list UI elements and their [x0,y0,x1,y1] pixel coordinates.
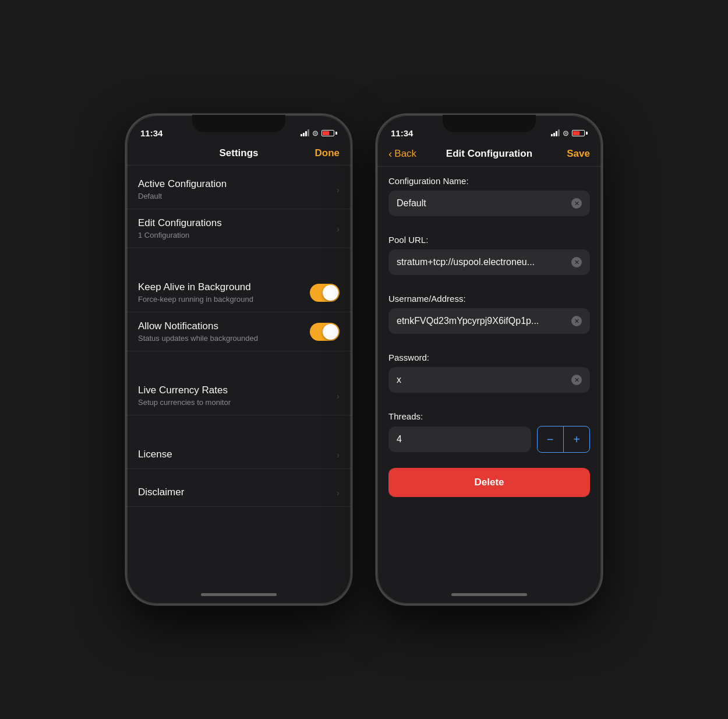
signal-icon [301,129,309,136]
currency-title: Live Currency Rates [138,385,332,396]
increment-button[interactable]: + [564,427,589,452]
signal-icon-2 [551,129,560,136]
home-bar-2 [451,593,527,596]
chevron-icon: › [337,224,340,234]
edit-configs-subtitle: 1 Configuration [138,231,332,239]
active-config-subtitle: Default [138,192,332,200]
license-title: License [138,449,332,460]
status-time: 11:34 [140,128,162,138]
edit-config-title: Edit Configuration [446,148,532,160]
keep-alive-subtitle: Force-keep running in background [138,295,310,304]
config-name-input-wrap[interactable]: ✕ [388,191,590,216]
notifications-title: Allow Notifications [138,320,310,332]
username-group: Username/Address: ✕ [377,284,602,334]
disclaimer-title: Disclaimer [138,487,332,498]
currency-subtitle: Setup currencies to monitor [138,398,332,407]
notch [443,115,536,132]
chevron-icon: › [337,391,340,401]
threads-group: Threads: − + [377,402,602,453]
settings-section-toggles: Keep Alive in Background Force-keep runn… [126,273,351,351]
keep-alive-toggle[interactable] [310,284,340,302]
delete-button[interactable]: Delete [388,468,590,497]
chevron-icon: › [337,488,340,498]
password-group: Password: ✕ [377,343,602,393]
wifi-icon-2: ⊜ [563,129,569,138]
username-label: Username/Address: [388,294,590,304]
active-configuration-item[interactable]: Active Configuration Default › [126,170,351,209]
active-config-title: Active Configuration [138,178,332,190]
mini-divider [126,469,351,478]
status-icons: ⊜ [301,129,337,138]
password-input-wrap[interactable]: ✕ [388,367,590,393]
threads-row: − + [388,426,590,453]
notch [192,115,285,132]
threads-input-wrap[interactable] [388,427,531,452]
phone-settings: 11:34 ⊜ Settings [125,114,352,605]
chevron-icon: › [337,450,340,460]
home-indicator [126,584,351,604]
status-time-2: 11:34 [391,128,413,138]
disclaimer-item[interactable]: Disclaimer › [126,478,351,507]
username-input[interactable] [397,316,571,326]
pool-url-label: Pool URL: [388,235,590,245]
edit-configs-title: Edit Configurations [138,217,332,229]
phone-edit-config: 11:34 ⊜ ‹ Bac [376,114,603,605]
threads-label: Threads: [388,411,590,421]
settings-content: Active Configuration Default › Edit Conf… [126,165,351,584]
password-input[interactable] [397,375,571,385]
wifi-icon: ⊜ [312,129,319,138]
back-label: Back [394,148,416,160]
toggle-knob [323,285,338,301]
edit-config-nav-bar: ‹ Back Edit Configuration Save [377,143,602,167]
allow-notifications-item[interactable]: Allow Notifications Status updates while… [126,312,351,351]
password-clear[interactable]: ✕ [571,375,582,385]
keep-alive-title: Keep Alive in Background [138,281,310,293]
config-name-clear[interactable]: ✕ [571,198,582,209]
settings-section-config: Active Configuration Default › Edit Conf… [126,170,351,248]
section-divider [126,248,351,269]
notifications-subtitle: Status updates while backgrounded [138,334,310,343]
edit-config-content: Configuration Name: ✕ Pool URL: ✕ Userna… [377,167,602,584]
notifications-toggle[interactable] [310,323,340,341]
keep-alive-item[interactable]: Keep Alive in Background Force-keep runn… [126,273,351,312]
pool-url-group: Pool URL: ✕ [377,225,602,275]
back-chevron-icon: ‹ [388,147,392,160]
battery-icon [321,130,337,136]
license-item[interactable]: License › [126,440,351,469]
section-divider-2 [126,351,351,372]
settings-section-currency: Live Currency Rates Setup currencies to … [126,376,351,415]
battery-icon-2 [572,130,588,136]
currency-rates-item[interactable]: Live Currency Rates Setup currencies to … [126,376,351,415]
settings-section-legal: License › Disclaimer › [126,440,351,507]
save-button[interactable]: Save [555,148,590,160]
chevron-icon: › [337,185,340,195]
status-icons-2: ⊜ [551,129,588,138]
pool-url-clear[interactable]: ✕ [571,257,582,267]
nav-bar: Settings Done [126,143,351,165]
username-clear[interactable]: ✕ [571,316,582,326]
pool-url-input[interactable] [397,257,571,267]
home-indicator-2 [377,584,602,604]
config-name-input[interactable] [397,198,571,209]
toggle-knob [323,324,338,340]
config-name-group: Configuration Name: ✕ [377,167,602,216]
settings-title: Settings [219,147,258,159]
password-label: Password: [388,353,590,362]
back-button[interactable]: ‹ Back [388,147,423,160]
edit-configurations-item[interactable]: Edit Configurations 1 Configuration › [126,209,351,248]
decrement-button[interactable]: − [538,427,563,452]
username-input-wrap[interactable]: ✕ [388,308,590,334]
section-divider-3 [126,415,351,436]
pool-url-input-wrap[interactable]: ✕ [388,249,590,275]
threads-input[interactable] [397,434,523,445]
done-button[interactable]: Done [305,147,340,159]
config-name-label: Configuration Name: [388,176,590,186]
threads-stepper: − + [537,426,591,453]
home-bar [201,593,277,596]
